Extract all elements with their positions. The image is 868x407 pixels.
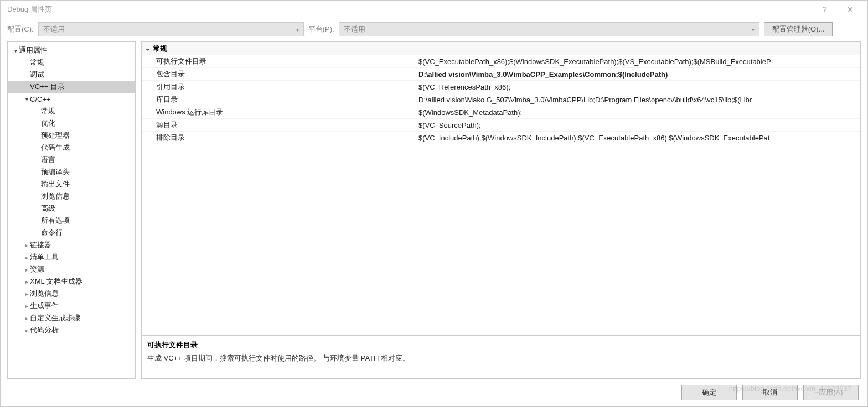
tree-node-label: 自定义生成步骤 [30,313,80,323]
title-bar: Debug 属性页 ? ✕ [1,1,867,18]
tree-node-label: 浏览信息 [30,289,59,299]
tree-node[interactable]: 常规 [8,105,135,117]
close-icon[interactable]: ✕ [838,5,863,14]
chevron-down-icon: ▾ [296,27,299,33]
cancel-button[interactable]: 取消 [742,385,798,400]
property-label: 排除目录 [142,133,418,143]
property-value[interactable]: $(VC_ReferencesPath_x86); [418,83,860,91]
property-label: 包含目录 [142,69,418,79]
tree-node-label: 所有选项 [41,216,70,226]
ok-button[interactable]: 确定 [681,385,737,400]
tree-node-label: 命令行 [41,228,63,238]
config-manager-button[interactable]: 配置管理器(O)... [764,22,833,36]
config-value: 不适用 [43,24,65,34]
description-panel: 可执行文件目录 生成 VC++ 项目期间，搜索可执行文件时使用的路径。 与环境变… [142,335,860,378]
tree-node[interactable]: 自定义生成步骤 [8,312,135,324]
tree-node[interactable]: 语言 [8,154,135,166]
tree-node[interactable]: 链接器 [8,239,135,251]
tree-node[interactable]: 预编译头 [8,166,135,178]
chevron-down-icon[interactable] [12,48,19,54]
tree-node[interactable]: C/C++ [8,93,135,105]
property-panel: ⌄ 常规 可执行文件目录$(VC_ExecutablePath_x86);$(W… [141,41,861,379]
dialog-footer: 确定 取消 应用(A) [1,379,867,406]
property-label: 可执行文件目录 [142,56,418,66]
property-value[interactable]: $(VC_IncludePath);$(WindowsSDK_IncludePa… [418,134,860,142]
window-title: Debug 属性页 [5,4,812,14]
tree-node[interactable]: 浏览信息 [8,190,135,202]
tree-node-label: 常规 [30,58,44,67]
tree-node[interactable]: 高级 [8,202,135,215]
config-label: 配置(C): [7,24,34,34]
chevron-down-icon: ⌄ [145,45,153,52]
tree-node-label: 代码分析 [30,325,59,335]
chevron-right-icon[interactable] [23,254,30,260]
chevron-right-icon[interactable] [23,315,30,321]
chevron-down-icon[interactable] [23,96,30,102]
tree-node[interactable]: 优化 [8,117,135,129]
platform-combo[interactable]: 不适用 ▾ [339,22,760,36]
property-value[interactable]: D:\allied vision\Mako G_507\Vimba_3.0\Vi… [418,96,860,104]
tree-node-label: 语言 [41,155,55,165]
chevron-right-icon[interactable] [23,291,30,297]
tree-node-label: XML 文档生成器 [30,276,82,286]
tree-node[interactable]: 生成事件 [8,300,135,312]
property-row[interactable]: 排除目录$(VC_IncludePath);$(WindowsSDK_Inclu… [142,132,860,144]
property-row[interactable]: 包含目录D:\allied vision\Vimba_3.0\VimbaCPP_… [142,68,860,81]
tree-node[interactable]: 命令行 [8,227,135,239]
tree-node-label: 浏览信息 [41,191,70,201]
chevron-right-icon[interactable] [23,279,30,285]
tree-node[interactable]: 资源 [8,263,135,275]
tree-node[interactable]: 清单工具 [8,251,135,263]
platform-label: 平台(P): [308,24,334,34]
tree-node-label: C/C++ [30,95,51,103]
chevron-right-icon[interactable] [23,303,30,309]
property-label: Windows 运行库目录 [142,107,418,117]
chevron-right-icon[interactable] [23,242,30,248]
property-label: 库目录 [142,95,418,105]
tree-node-label: 链接器 [30,240,51,250]
tree-node-label: 优化 [41,118,55,128]
chevron-down-icon: ▾ [752,27,755,33]
property-grid: ⌄ 常规 可执行文件目录$(VC_ExecutablePath_x86);$(W… [142,42,860,335]
tree-node-label: 通用属性 [19,45,48,55]
property-value[interactable]: $(VC_ExecutablePath_x86);$(WindowsSDK_Ex… [418,58,860,66]
config-combo[interactable]: 不适用 ▾ [38,22,304,36]
tree-node-label: 生成事件 [30,301,59,311]
group-header[interactable]: ⌄ 常规 [142,42,860,55]
tree-node-label: VC++ 目录 [30,82,65,92]
property-row[interactable]: 可执行文件目录$(VC_ExecutablePath_x86);$(Window… [142,55,860,68]
description-text: 生成 VC++ 项目期间，搜索可执行文件时使用的路径。 与环境变量 PATH 相… [147,353,855,363]
chevron-right-icon[interactable] [23,267,30,273]
tree-node-label: 代码生成 [41,143,70,153]
tree-node[interactable]: 预处理器 [8,129,135,142]
toolbar: 配置(C): 不适用 ▾ 平台(P): 不适用 ▾ 配置管理器(O)... [1,18,867,40]
tree-node-label: 预处理器 [41,131,70,140]
tree-node[interactable]: VC++ 目录 [8,81,135,93]
tree-node-label: 常规 [41,106,55,116]
tree-node[interactable]: 通用属性 [8,44,135,56]
property-label: 源目录 [142,120,418,130]
property-row[interactable]: 库目录D:\allied vision\Mako G_507\Vimba_3.0… [142,93,860,106]
property-row[interactable]: 引用目录$(VC_ReferencesPath_x86); [142,81,860,93]
chevron-right-icon[interactable] [23,327,30,333]
property-value[interactable]: D:\allied vision\Vimba_3.0\VimbaCPP_Exam… [418,70,860,79]
tree-node-label: 预编译头 [41,167,70,177]
property-value[interactable]: $(VC_SourcePath); [418,121,860,129]
help-icon[interactable]: ? [812,5,838,14]
property-tree[interactable]: 通用属性常规调试VC++ 目录C/C++常规优化预处理器代码生成语言预编译头输出… [7,41,136,379]
platform-value: 不适用 [344,24,365,34]
tree-node[interactable]: XML 文档生成器 [8,275,135,288]
property-value[interactable]: $(WindowsSDK_MetadataPath); [418,108,860,117]
tree-node[interactable]: 调试 [8,69,135,81]
tree-node-label: 清单工具 [30,252,59,262]
tree-node[interactable]: 输出文件 [8,178,135,190]
tree-node[interactable]: 代码生成 [8,142,135,154]
property-row[interactable]: 源目录$(VC_SourcePath); [142,119,860,132]
tree-node[interactable]: 浏览信息 [8,288,135,300]
tree-node[interactable]: 常规 [8,56,135,69]
apply-button[interactable]: 应用(A) [803,385,859,400]
tree-node[interactable]: 代码分析 [8,324,135,336]
tree-node-label: 高级 [41,204,55,213]
property-row[interactable]: Windows 运行库目录$(WindowsSDK_MetadataPath); [142,106,860,119]
tree-node[interactable]: 所有选项 [8,215,135,227]
